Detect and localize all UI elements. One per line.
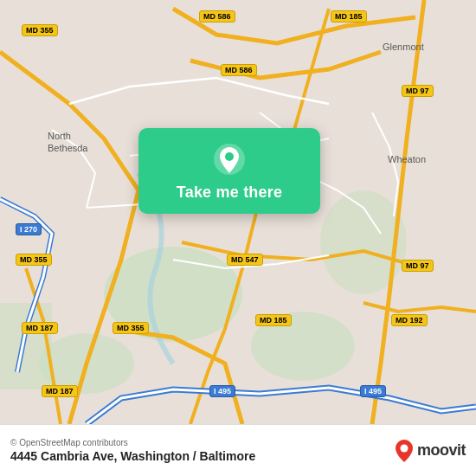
road-badge-i495-1: I 495 [209,385,235,397]
road-badge-md355-3: MD 355 [113,322,149,334]
road-badge-md97-2: MD 97 [402,260,434,272]
road-badge-md547: MD 547 [227,254,263,266]
bottom-info: © OpenStreetMap contributors 4445 Cambri… [10,438,255,463]
take-me-there-card[interactable]: Take me there [138,128,320,214]
road-badge-md187-1: MD 187 [22,322,58,334]
map-container: MD 355 MD 586 MD 185 MD 586 MD 97 I 270 … [0,0,476,424]
road-badge-md97-1: MD 97 [402,85,434,97]
road-badge-md185-1: MD 185 [331,10,367,23]
svg-point-8 [400,444,408,452]
attribution-text: © OpenStreetMap contributors [10,438,255,447]
svg-point-7 [225,152,234,161]
moovit-pin-icon [395,439,414,463]
location-pin-icon [212,142,247,177]
road-badge-md355-1: MD 355 [22,24,58,36]
road-badge-i270: I 270 [16,223,42,235]
address-text: 4445 Cambria Ave, Washington / Baltimore [10,449,255,463]
road-badge-md187-2: MD 187 [42,385,78,397]
road-badge-md586-1: MD 586 [199,10,235,23]
moovit-logo: moovit [395,439,466,463]
moovit-brand-text: moovit [417,441,466,460]
svg-rect-5 [0,303,52,389]
road-badge-md586-2: MD 586 [221,64,257,76]
road-badge-i495-2: I 495 [360,385,386,397]
take-me-there-button[interactable]: Take me there [177,183,282,202]
road-badge-md355-2: MD 355 [16,254,52,266]
bottom-bar: © OpenStreetMap contributors 4445 Cambri… [0,424,476,476]
road-badge-md185-2: MD 185 [255,314,292,326]
road-badge-md192: MD 192 [391,314,428,326]
